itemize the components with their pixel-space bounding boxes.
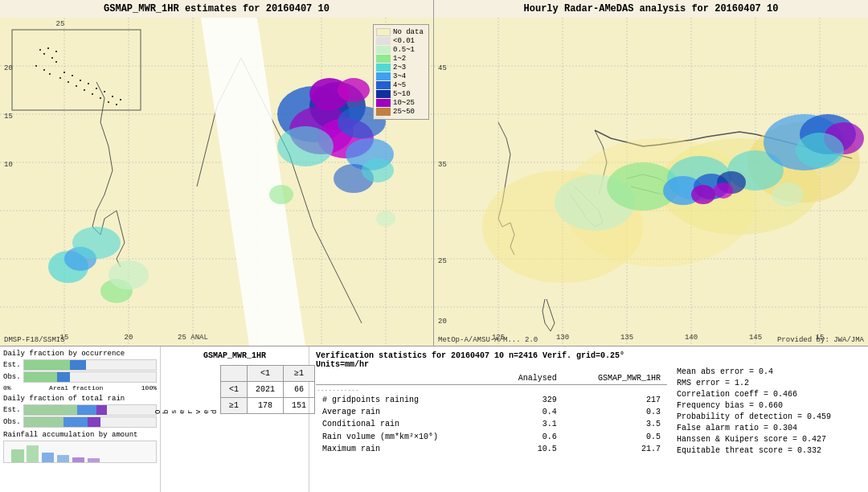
verif-label-gridpoints: # gridpoints raining bbox=[316, 394, 493, 406]
est-label-1: Est. bbox=[3, 361, 23, 369]
legend-05-1-label: 0.5~1 bbox=[393, 46, 415, 54]
verif-header-row: Analysed GSMAP_MWR_1HR bbox=[316, 372, 667, 385]
contingency-row-gte1-header: ≥1 bbox=[220, 398, 247, 414]
legend-25-50: 25~50 bbox=[376, 108, 426, 116]
contingency-cell-01: 66 bbox=[284, 382, 315, 398]
svg-point-29 bbox=[55, 61, 57, 63]
svg-point-62 bbox=[362, 158, 394, 182]
svg-point-42 bbox=[108, 101, 109, 103]
verif-col-analysed: Analysed bbox=[493, 372, 563, 385]
svg-point-26 bbox=[35, 65, 37, 67]
legend-no-data-label: No data bbox=[393, 28, 424, 36]
svg-point-38 bbox=[92, 93, 93, 95]
svg-text:35: 35 bbox=[438, 161, 447, 169]
svg-point-100 bbox=[714, 182, 733, 199]
contingency-col-gte1: ≥1 bbox=[284, 366, 315, 382]
svg-text:140: 140 bbox=[685, 334, 698, 342]
svg-text:20: 20 bbox=[125, 334, 133, 342]
est-label-2: Est. bbox=[3, 406, 23, 414]
legend-2-3: 2~3 bbox=[376, 64, 426, 72]
contingency-empty-header bbox=[220, 366, 247, 382]
svg-point-27 bbox=[43, 69, 45, 71]
verif-row-avg-rain: Average rain 0.4 0.3 bbox=[316, 406, 667, 418]
verif-gsmap-avg-rain: 0.3 bbox=[563, 406, 667, 418]
right-map-title: Hourly Radar-AMeDAS analysis for 2016040… bbox=[434, 0, 868, 18]
stat-rms-error: RMS error = 1.2 bbox=[677, 379, 862, 387]
svg-point-31 bbox=[63, 72, 65, 73]
legend-lt001: <0.01 bbox=[376, 37, 426, 45]
contingency-row-lt1: <1 2021 66 bbox=[220, 382, 314, 398]
accumulation-title: Rainfall accumulation by amount bbox=[3, 431, 157, 439]
svg-point-34 bbox=[76, 85, 77, 87]
svg-point-32 bbox=[68, 81, 69, 83]
legend-4-5: 4~5 bbox=[376, 81, 426, 89]
svg-text:20: 20 bbox=[4, 64, 13, 72]
svg-text:45: 45 bbox=[438, 64, 447, 72]
verif-gsmap-cond-rain: 3.5 bbox=[563, 418, 667, 430]
verif-col-gsmap: GSMAP_MWR_1HR bbox=[563, 372, 667, 385]
svg-point-63 bbox=[269, 185, 293, 204]
fraction-occurrence-title: Daily fraction by occurrence bbox=[3, 350, 157, 358]
svg-point-21 bbox=[39, 49, 41, 51]
legend-1-2: 1~2 bbox=[376, 55, 426, 63]
areal-fraction-label: Areal fraction bbox=[49, 384, 103, 392]
svg-point-40 bbox=[100, 97, 101, 99]
observed-vertical-text: Observed bbox=[154, 408, 219, 414]
legend-3-4-label: 3~4 bbox=[393, 72, 406, 80]
legend-no-data: No data bbox=[376, 28, 426, 36]
verif-row-cond-rain: Conditional rain 3.1 3.5 bbox=[316, 418, 667, 430]
stat-false-alarm: False alarm ratio = 0.304 bbox=[677, 424, 862, 433]
verif-table: Analysed GSMAP_MWR_1HR ----------- bbox=[316, 372, 667, 455]
svg-point-28 bbox=[49, 73, 51, 75]
histogram-panel: Daily fraction by occurrence Est. Obs. 0… bbox=[0, 346, 161, 492]
verif-label-rain-vol: Rain volume (mm*km²×10⁶) bbox=[316, 430, 493, 443]
svg-text:130: 130 bbox=[556, 334, 569, 342]
legend-25-50-label: 25~50 bbox=[393, 108, 415, 116]
legend-10-25: 10~25 bbox=[376, 99, 426, 107]
verif-analysed-gridpoints: 329 bbox=[493, 394, 563, 406]
svg-text:25: 25 bbox=[56, 20, 65, 28]
svg-point-25 bbox=[55, 51, 57, 52]
stat-equitable: Equitable threat score = 0.332 bbox=[677, 446, 862, 455]
bottom-section: Daily fraction by occurrence Est. Obs. 0… bbox=[0, 346, 868, 492]
stat-pod: Probability of detection = 0.459 bbox=[677, 412, 862, 421]
obs-label-1: Obs. bbox=[3, 373, 23, 381]
svg-point-51 bbox=[108, 260, 149, 289]
right-map-bottom-left: MetOp-A/AMSU-A/M... 2.0 bbox=[438, 336, 538, 344]
verif-col-label bbox=[316, 372, 493, 385]
svg-point-45 bbox=[120, 99, 121, 100]
legend: No data <0.01 0.5~1 1~2 2~3 3~4 bbox=[373, 24, 429, 120]
legend-2-3-label: 2~3 bbox=[393, 64, 406, 72]
verif-analysed-avg-rain: 0.4 bbox=[493, 406, 563, 418]
verif-divider-row: ----------- bbox=[316, 385, 667, 395]
stat-mean-abs-error: Mean abs error = 0.4 bbox=[677, 367, 862, 376]
svg-point-36 bbox=[84, 89, 85, 91]
verif-analysed-rain-vol: 0.6 bbox=[493, 430, 563, 443]
verif-left-panel: Verification statistics for 20160407 10 … bbox=[316, 351, 667, 488]
right-map-svg: 45 35 25 20 125 130 135 140 145 15 bbox=[434, 18, 868, 346]
contingency-cell-00: 2021 bbox=[248, 382, 284, 398]
legend-4-5-label: 4~5 bbox=[393, 81, 406, 89]
svg-point-22 bbox=[43, 53, 45, 55]
svg-point-104 bbox=[796, 133, 844, 168]
obs-label-2: Obs. bbox=[3, 418, 23, 426]
legend-5-10: 5~10 bbox=[376, 90, 426, 98]
verif-label-cond-rain: Conditional rain bbox=[316, 418, 493, 430]
observed-label: Observed bbox=[154, 365, 219, 414]
legend-05-1: 0.5~1 bbox=[376, 46, 426, 54]
contingency-table: <1 ≥1 <1 2021 66 ≥1 178 151 bbox=[220, 365, 315, 414]
svg-point-37 bbox=[88, 83, 89, 84]
svg-point-39 bbox=[96, 88, 97, 89]
legend-lt001-label: <0.01 bbox=[393, 37, 415, 45]
fraction-rain-title: Daily fraction of total rain bbox=[3, 395, 157, 403]
left-map-bottom-label: DMSP-F18/SSMIS bbox=[4, 336, 65, 344]
svg-point-33 bbox=[72, 75, 73, 76]
svg-point-35 bbox=[80, 80, 81, 81]
svg-point-105 bbox=[772, 182, 804, 207]
svg-text:135: 135 bbox=[620, 334, 633, 342]
svg-point-61 bbox=[338, 78, 370, 102]
verif-row-gridpoints: # gridpoints raining 329 217 bbox=[316, 394, 667, 406]
legend-1-2-label: 1~2 bbox=[393, 55, 406, 63]
right-map-bottom-right: Provided by: JWA/JMA bbox=[777, 336, 864, 344]
svg-text:25: 25 bbox=[438, 257, 447, 265]
